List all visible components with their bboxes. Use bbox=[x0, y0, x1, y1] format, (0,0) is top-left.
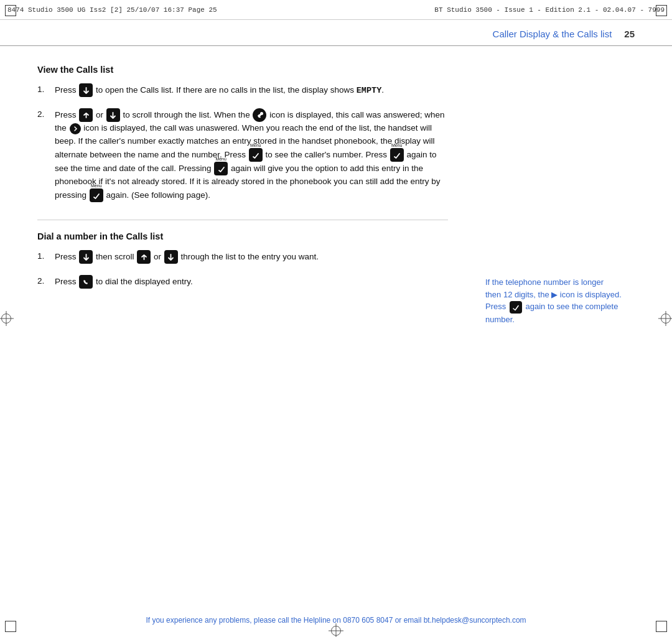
menu-button-2-body bbox=[390, 148, 404, 162]
left-column: View the Calls list 1. Press to open bbox=[37, 65, 473, 597]
down-button-2-body bbox=[164, 250, 178, 264]
list-item-2-para3: Press Menu to see the caller's number. bbox=[224, 150, 365, 159]
section2-list-item-1: 1. Press then scroll bbox=[37, 250, 448, 264]
section2-item2-num: 2. bbox=[37, 275, 55, 289]
list-item-2: 2. Press or bbox=[37, 108, 448, 202]
right-column-note: If the telephone number is longerthen 12… bbox=[485, 276, 635, 325]
section2-list-item-2: 2. Press to dial the displayed entry. bbox=[37, 275, 448, 289]
menu-button-1-body bbox=[249, 148, 263, 162]
main-content: View the Calls list 1. Press to open bbox=[0, 46, 672, 610]
menu-button-4-body bbox=[90, 188, 103, 202]
section2-item1-content: Press then scroll or bbox=[55, 250, 448, 264]
unanswered-icon bbox=[70, 123, 81, 134]
page-title-row: Caller Display & the Calls list 25 bbox=[0, 20, 672, 46]
up-button-icon bbox=[79, 108, 93, 122]
print-header: 8474 Studio 3500 UG Iss2 [2] 25/10/07 16… bbox=[0, 0, 672, 20]
calls-button-2-body bbox=[79, 250, 93, 264]
section2-list: 1. Press then scroll bbox=[37, 250, 448, 289]
up-button-2-body bbox=[137, 250, 151, 264]
section2-item1-num: 1. bbox=[37, 250, 55, 264]
print-header-left: 8474 Studio 3500 UG Iss2 [2] 25/10/07 16… bbox=[7, 6, 217, 14]
menu-button-3-body bbox=[214, 162, 228, 175]
up-button-body bbox=[79, 108, 93, 122]
menu-button-2-icon: Menu bbox=[390, 148, 404, 162]
unanswered-icon-body bbox=[70, 123, 81, 134]
section-divider bbox=[37, 220, 448, 220]
empty-text: EMPTY bbox=[357, 86, 382, 95]
list-item-2-content: Press or bbox=[55, 108, 448, 202]
menu-button-1-icon: Menu bbox=[249, 148, 263, 162]
answered-icon bbox=[253, 108, 266, 122]
menu-button-3-icon: Menu bbox=[214, 162, 228, 175]
right-column: If the telephone number is longerthen 12… bbox=[473, 65, 635, 597]
list-item-1-num: 1. bbox=[37, 83, 55, 97]
page-number: 25 bbox=[624, 29, 635, 39]
up-button-2-icon bbox=[137, 250, 151, 264]
down-button-body bbox=[106, 108, 120, 122]
section1-heading: View the Calls list bbox=[37, 65, 448, 75]
menu-button-4-icon: Menu bbox=[90, 188, 103, 202]
footer: If you experience any problems, please c… bbox=[0, 610, 672, 637]
list-item-1: 1. Press to open the Calls list. If ther… bbox=[37, 83, 448, 97]
calls-button-icon bbox=[79, 83, 93, 97]
list-item-2-num: 2. bbox=[37, 108, 55, 202]
phone-button-icon bbox=[79, 275, 93, 289]
svg-point-0 bbox=[260, 112, 263, 115]
section2-item2-content: Press to dial the displayed entry. bbox=[55, 275, 448, 289]
phone-button-body bbox=[79, 275, 93, 289]
footer-text: If you experience any problems, please c… bbox=[146, 616, 526, 625]
page-title: Caller Display & the Calls list bbox=[493, 29, 612, 39]
list-item-1-content: Press to open the Calls list. If there a… bbox=[55, 83, 448, 97]
menu-button-right-icon bbox=[510, 301, 522, 314]
down-button-icon bbox=[106, 108, 120, 122]
section2-heading: Dial a number in the Calls list bbox=[37, 231, 448, 241]
page: Caller Display & the Calls list 25 View … bbox=[0, 20, 672, 637]
answered-icon-body bbox=[253, 108, 266, 122]
print-header-right: BT Studio 3500 - Issue 1 - Edition 2.1 -… bbox=[434, 6, 665, 14]
down-button-2-icon bbox=[164, 250, 178, 264]
section1-list: 1. Press to open the Calls list. If ther… bbox=[37, 83, 448, 202]
menu-button-right-body bbox=[510, 301, 522, 314]
calls-button-body bbox=[79, 83, 93, 97]
calls-button-2-icon bbox=[79, 250, 93, 264]
